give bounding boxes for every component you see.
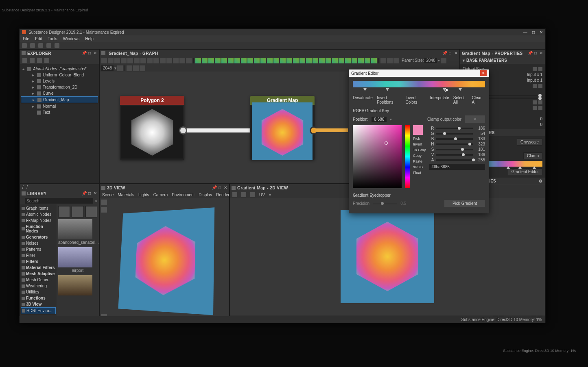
grayscale-button[interactable]: Grayscale	[517, 139, 542, 145]
tool-icon[interactable]	[166, 58, 172, 63]
gradient-key-marker[interactable]	[386, 88, 389, 91]
node-palette-icon[interactable]	[299, 58, 305, 63]
node-palette-icon[interactable]	[234, 58, 240, 63]
node-palette-icon[interactable]	[358, 58, 364, 63]
tool-icon[interactable]	[147, 58, 153, 63]
panel-close-icon[interactable]: ✕	[539, 51, 543, 55]
menu-file[interactable]: File	[23, 37, 29, 41]
search-go-icon[interactable]: »	[95, 199, 97, 203]
tree-root[interactable]: ▸ AtomicNodes_Examples.sbs*	[21, 66, 98, 72]
search-icon[interactable]	[44, 58, 49, 63]
node-palette-icon[interactable]	[286, 58, 292, 63]
node-palette-icon[interactable]	[293, 58, 299, 63]
panel-close-icon[interactable]: ✕	[454, 51, 458, 55]
node-palette-icon[interactable]	[306, 58, 312, 63]
thumb[interactable]	[58, 247, 92, 267]
explorer-tree[interactable]: ▸ AtomicNodes_Examples.sbs* ▸Uniform_Col…	[20, 64, 99, 183]
node-palette-icon[interactable]	[254, 58, 260, 63]
invert-positions-action[interactable]: Invert Positions	[377, 96, 401, 104]
tree-item[interactable]: Text	[21, 109, 98, 115]
tool-icon[interactable]	[133, 65, 139, 71]
clamp-button[interactable]: Clamp	[523, 152, 542, 159]
invert-button[interactable]: Invert	[413, 142, 426, 146]
hue-slider[interactable]	[405, 125, 410, 188]
tool-icon[interactable]	[108, 58, 114, 63]
panel-max-icon[interactable]: □	[448, 51, 452, 55]
node-palette-icon[interactable]	[241, 58, 247, 63]
save-icon[interactable]	[232, 192, 237, 197]
tool-icon[interactable]	[121, 58, 127, 63]
link-icon[interactable]	[533, 67, 537, 71]
node-palette-icon[interactable]	[352, 58, 357, 63]
gradient-key-marker[interactable]	[459, 88, 462, 91]
link-icon[interactable]	[533, 100, 537, 104]
lib-item[interactable]: Weathering	[21, 283, 56, 289]
tool-icon[interactable]	[134, 58, 140, 63]
tool-icon[interactable]	[127, 65, 132, 71]
reset-icon[interactable]	[538, 67, 542, 71]
node-gradientmap[interactable]: Gradient Map	[250, 96, 315, 160]
node-header[interactable]: Polygon 2	[120, 96, 184, 105]
info-icon[interactable]: i	[22, 185, 23, 189]
view2d-canvas[interactable]	[230, 198, 545, 315]
lib-item[interactable]: Utilities	[21, 289, 56, 295]
panel-max-icon[interactable]: □	[218, 186, 222, 190]
lib-item[interactable]: Material Filters	[21, 265, 56, 271]
panel-close-icon[interactable]: ✕	[223, 186, 227, 190]
uv-dropdown[interactable]: UV	[259, 193, 265, 197]
link-icon[interactable]	[441, 58, 446, 63]
tree-item[interactable]: ▸Levels	[21, 78, 98, 84]
node-palette-icon[interactable]	[267, 58, 273, 63]
tool-icon[interactable]	[387, 58, 393, 63]
node-palette-icon[interactable]	[195, 58, 201, 63]
panel-pin-icon[interactable]: 📌	[528, 51, 532, 55]
interpolate-action[interactable]: Interpolate	[430, 96, 449, 104]
node-palette-icon[interactable]	[371, 58, 377, 63]
tool-icon[interactable]	[140, 58, 146, 63]
node-palette-icon[interactable]	[273, 58, 279, 63]
reset-icon[interactable]	[538, 100, 542, 104]
hex-input[interactable]: #ffba3685	[429, 164, 485, 170]
node-palette-icon[interactable]	[319, 58, 325, 63]
a-slider[interactable]	[436, 159, 473, 161]
info-icon[interactable]	[250, 192, 255, 197]
panel-close-icon[interactable]: ✕	[93, 191, 97, 195]
node-palette-icon[interactable]	[365, 58, 370, 63]
tool-icon[interactable]	[186, 58, 192, 63]
node-palette-icon[interactable]	[202, 58, 208, 63]
saveall-icon[interactable]	[46, 43, 51, 48]
invert-colors-action[interactable]: Invert Colors	[405, 96, 426, 104]
clamp-toggle[interactable]: ✕	[465, 115, 485, 123]
thumb[interactable]	[72, 206, 83, 217]
node-palette-icon[interactable]	[215, 58, 221, 63]
tree-item[interactable]: ▸Uniform_Colour_Blend	[21, 72, 98, 78]
clear-all-action[interactable]: Clear All	[472, 96, 485, 104]
maximize-button[interactable]: □	[532, 30, 535, 35]
thumb[interactable]	[58, 219, 92, 239]
desaturate-action[interactable]: Desaturate	[353, 96, 373, 104]
lib-item[interactable]: Atomic Nodes	[21, 211, 56, 217]
gradient-key-marker[interactable]	[443, 88, 446, 91]
node-palette-icon[interactable]	[345, 58, 351, 63]
copy-icon[interactable]	[241, 192, 246, 197]
g-slider[interactable]	[436, 133, 473, 135]
gradient-markers[interactable]: ➤	[353, 88, 485, 92]
thumb[interactable]	[85, 206, 97, 217]
reset-icon[interactable]	[538, 106, 542, 110]
new-icon[interactable]	[22, 58, 27, 63]
node-palette-icon[interactable]	[247, 58, 253, 63]
panel-pin-icon[interactable]: 📌	[212, 186, 216, 190]
tool-icon[interactable]	[380, 58, 386, 63]
tool-icon[interactable]	[173, 58, 179, 63]
node-polygon2[interactable]: Polygon 2	[120, 96, 184, 160]
panel-pin-icon[interactable]: 📌	[82, 51, 86, 55]
tool-icon[interactable]	[153, 58, 159, 63]
panel-close-icon[interactable]: ✕	[93, 51, 97, 55]
dialog-titlebar[interactable]: Gradient Editor ✕	[349, 69, 489, 77]
tree-item[interactable]: ▸Curve	[21, 90, 98, 96]
close-button[interactable]: ✕	[540, 30, 543, 35]
tree-item[interactable]: ▸Transformation_2D	[21, 84, 98, 90]
parent-height[interactable]: 2048	[101, 65, 114, 71]
lib-item[interactable]: Filters	[21, 258, 56, 265]
tool-icon[interactable]	[393, 58, 399, 63]
